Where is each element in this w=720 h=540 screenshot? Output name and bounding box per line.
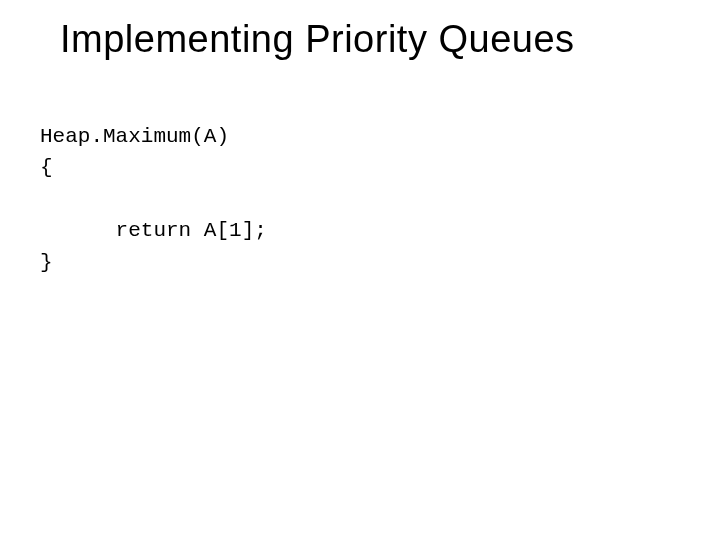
code-line-4: return A[1]; (40, 219, 267, 242)
code-block: Heap.Maximum(A) { return A[1]; } (40, 89, 680, 310)
code-line-2: { (40, 156, 53, 179)
slide-container: Implementing Priority Queues Heap.Maximu… (0, 0, 720, 540)
slide-title: Implementing Priority Queues (60, 18, 680, 61)
code-line-5: } (40, 251, 53, 274)
code-line-1: Heap.Maximum(A) (40, 125, 229, 148)
